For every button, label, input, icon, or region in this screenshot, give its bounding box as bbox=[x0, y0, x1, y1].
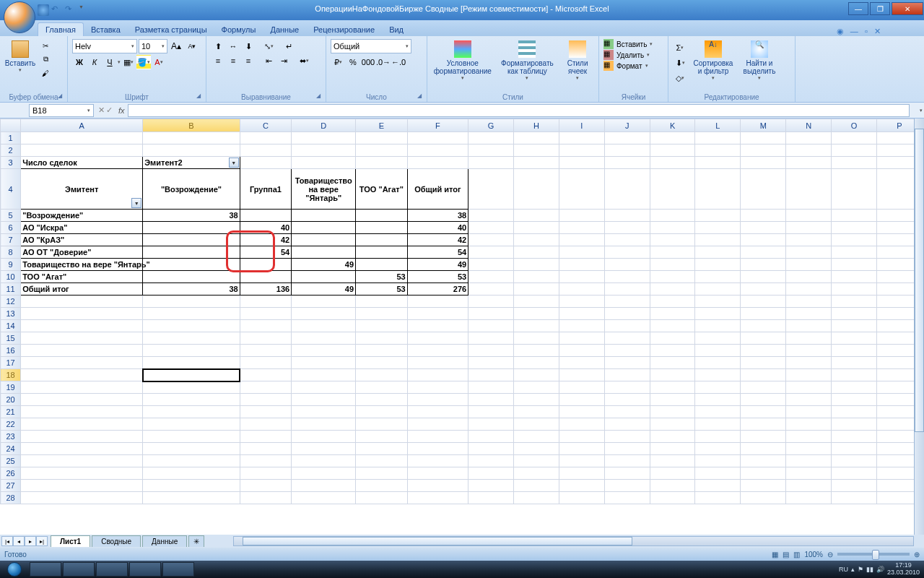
tab-review[interactable]: Рецензирование bbox=[306, 23, 382, 36]
cell[interactable] bbox=[832, 144, 877, 157]
cell[interactable] bbox=[832, 222, 877, 234]
cell[interactable] bbox=[292, 394, 356, 406]
cell[interactable] bbox=[240, 455, 292, 467]
cell[interactable] bbox=[832, 357, 877, 369]
cell[interactable] bbox=[407, 157, 468, 169]
row-header[interactable]: 4 bbox=[1, 169, 21, 210]
cell[interactable] bbox=[650, 283, 695, 296]
row-header[interactable]: 15 bbox=[1, 332, 21, 345]
cell[interactable] bbox=[559, 480, 604, 492]
increase-indent-icon[interactable]: ⇥ bbox=[276, 53, 291, 68]
cell[interactable] bbox=[786, 308, 832, 320]
cell[interactable] bbox=[786, 443, 832, 455]
cell[interactable] bbox=[741, 431, 786, 443]
cell[interactable] bbox=[514, 443, 559, 455]
cell[interactable] bbox=[21, 443, 143, 455]
task-item[interactable] bbox=[96, 562, 128, 577]
cell[interactable] bbox=[514, 320, 559, 332]
cell[interactable] bbox=[741, 259, 786, 271]
cell[interactable] bbox=[604, 234, 650, 246]
cell[interactable] bbox=[832, 443, 877, 455]
cell[interactable] bbox=[832, 132, 877, 144]
cell[interactable] bbox=[468, 246, 514, 259]
cell[interactable] bbox=[407, 332, 468, 345]
cell[interactable] bbox=[741, 443, 786, 455]
currency-icon[interactable]: ₽▾ bbox=[331, 55, 345, 69]
horizontal-scrollbar[interactable] bbox=[233, 536, 914, 546]
cell[interactable] bbox=[650, 467, 695, 480]
italic-button[interactable]: К bbox=[87, 55, 102, 69]
cell[interactable] bbox=[559, 455, 604, 467]
cell[interactable] bbox=[741, 357, 786, 369]
cell[interactable]: "Возрождение" bbox=[143, 169, 240, 210]
cell[interactable] bbox=[786, 369, 832, 381]
cell[interactable] bbox=[21, 357, 143, 369]
cells-delete-button[interactable]: ▦Удалить▾ bbox=[603, 50, 663, 60]
cell[interactable] bbox=[786, 296, 832, 308]
cell[interactable] bbox=[407, 381, 468, 394]
row-header[interactable]: 12 bbox=[1, 296, 21, 308]
cell[interactable] bbox=[356, 144, 408, 157]
cell[interactable] bbox=[650, 222, 695, 234]
formula-bar[interactable] bbox=[128, 104, 910, 117]
cell[interactable] bbox=[514, 308, 559, 320]
cell[interactable] bbox=[832, 492, 877, 504]
align-center-icon[interactable]: ≡ bbox=[226, 53, 240, 68]
row-header[interactable]: 24 bbox=[1, 443, 21, 455]
cell[interactable] bbox=[514, 144, 559, 157]
cell[interactable]: АО ОТ "Доверие" bbox=[21, 246, 143, 259]
cell[interactable] bbox=[741, 480, 786, 492]
cell[interactable] bbox=[559, 169, 604, 210]
cell-styles-button[interactable]: Стили ячеек▾ bbox=[559, 39, 596, 82]
cell[interactable] bbox=[356, 369, 408, 381]
cell[interactable] bbox=[604, 357, 650, 369]
cell[interactable] bbox=[407, 144, 468, 157]
cell[interactable] bbox=[741, 369, 786, 381]
cell[interactable] bbox=[356, 406, 408, 418]
conditional-formatting-button[interactable]: Условное форматирование▾ bbox=[430, 39, 495, 82]
cell[interactable]: 49 bbox=[407, 259, 468, 271]
cell[interactable]: Товарищество на вере "Янтарь" bbox=[292, 169, 356, 210]
cell[interactable] bbox=[650, 234, 695, 246]
dialog-launcher[interactable]: ◢ bbox=[58, 92, 66, 101]
cell[interactable] bbox=[292, 320, 356, 332]
cell[interactable] bbox=[21, 406, 143, 418]
cell[interactable] bbox=[786, 381, 832, 394]
maximize-button[interactable]: ❐ bbox=[870, 2, 890, 15]
cell[interactable] bbox=[240, 492, 292, 504]
cell[interactable] bbox=[240, 394, 292, 406]
cell[interactable] bbox=[21, 467, 143, 480]
cell[interactable] bbox=[832, 271, 877, 283]
cell[interactable] bbox=[741, 210, 786, 222]
cell[interactable] bbox=[695, 406, 741, 418]
cell[interactable] bbox=[559, 492, 604, 504]
cell[interactable] bbox=[514, 357, 559, 369]
task-item[interactable] bbox=[129, 562, 161, 577]
cell[interactable] bbox=[21, 455, 143, 467]
task-item[interactable] bbox=[63, 562, 95, 577]
cell[interactable] bbox=[604, 308, 650, 320]
row-header[interactable]: 1 bbox=[1, 132, 21, 144]
cell[interactable] bbox=[514, 431, 559, 443]
minimize-button[interactable]: — bbox=[848, 2, 868, 15]
cell[interactable] bbox=[604, 394, 650, 406]
row-header[interactable]: 22 bbox=[1, 418, 21, 431]
cell[interactable] bbox=[650, 296, 695, 308]
cell[interactable] bbox=[741, 381, 786, 394]
cell[interactable] bbox=[356, 492, 408, 504]
filter-dropdown-icon[interactable]: ▼ bbox=[229, 158, 239, 168]
cell[interactable] bbox=[292, 492, 356, 504]
row-header[interactable]: 3 bbox=[1, 157, 21, 169]
tab-nav-last[interactable]: ▸| bbox=[36, 536, 48, 546]
cell[interactable] bbox=[832, 467, 877, 480]
cell[interactable] bbox=[695, 492, 741, 504]
cell[interactable] bbox=[240, 132, 292, 144]
cell[interactable] bbox=[468, 332, 514, 345]
cell[interactable] bbox=[143, 480, 240, 492]
zoom-in-button[interactable]: ⊕ bbox=[914, 551, 920, 558]
format-painter-icon[interactable]: 🖌 bbox=[39, 66, 52, 79]
cell[interactable] bbox=[832, 246, 877, 259]
view-layout-icon[interactable]: ▤ bbox=[783, 551, 789, 558]
cell[interactable]: 54 bbox=[240, 246, 292, 259]
cell[interactable] bbox=[559, 467, 604, 480]
